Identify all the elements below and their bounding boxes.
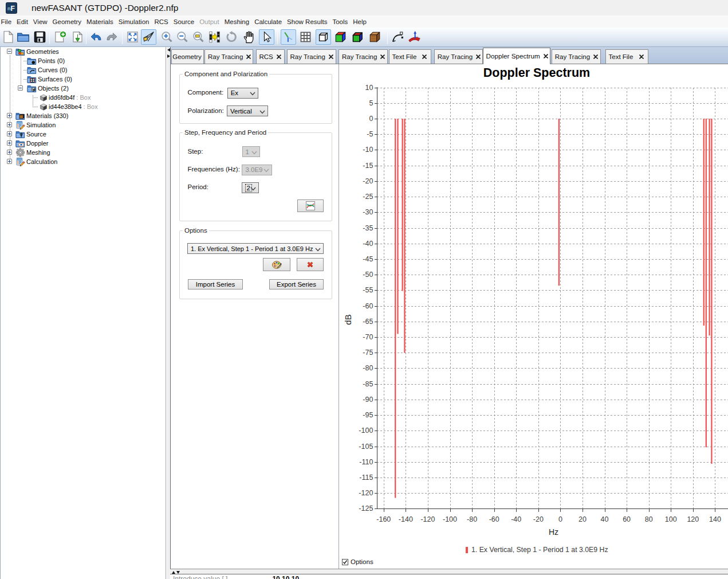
y-tick-label: -55 (363, 286, 373, 294)
wireframe-cube-button[interactable] (316, 29, 331, 45)
tab-doppler-spectrum[interactable]: Doppler Spectrum (483, 48, 550, 65)
axes (375, 87, 728, 512)
tree-item-points-0-[interactable]: Points (0) (38, 56, 65, 65)
perspective-view-button[interactable] (141, 29, 156, 45)
tree-item-doppler[interactable]: Doppler (26, 139, 49, 148)
series-color-button[interactable] (263, 258, 290, 271)
menu-source[interactable]: Source (171, 17, 196, 26)
tree-expander-collapsed[interactable] (7, 150, 12, 155)
frequencies-select[interactable]: 3.0E9 (242, 165, 272, 175)
menu-geometry[interactable]: Geometry (50, 17, 84, 26)
zoom-out-button[interactable] (175, 29, 190, 45)
curve-tool-button[interactable] (390, 29, 406, 45)
tab-text-file[interactable]: Text File (605, 49, 648, 64)
meshing-icon (15, 148, 25, 157)
tab-ray-tracing[interactable]: Ray Tracing (339, 49, 388, 64)
tab-ray-tracing[interactable]: Ray Tracing (204, 49, 253, 64)
menu-view[interactable]: View (30, 17, 50, 26)
grid-button[interactable] (298, 29, 313, 45)
tree-item-source[interactable]: Source (26, 130, 46, 139)
menu-meshing[interactable]: Meshing (222, 17, 251, 26)
tree-expander-collapsed[interactable] (7, 159, 12, 164)
tab-ray-tracing[interactable]: Ray Tracing (434, 49, 483, 64)
tree-expander-expanded[interactable] (18, 85, 23, 91)
options-toggle[interactable]: Options (342, 558, 373, 565)
save-button[interactable] (32, 29, 48, 45)
tree-item-objects-2-[interactable]: Objects (2) (38, 84, 69, 93)
tab-close-icon[interactable] (476, 54, 481, 59)
delete-series-button[interactable] (297, 258, 324, 271)
tree-item-calculation[interactable]: Calculation (26, 157, 57, 166)
tree-expander-expanded[interactable] (7, 49, 12, 54)
options-checkbox[interactable] (342, 559, 348, 565)
rotate-view-button[interactable] (224, 29, 239, 45)
menu-simulation[interactable]: Simulation (116, 17, 152, 26)
tree-item-geometries[interactable]: Geometries (26, 47, 59, 56)
tab-close-icon[interactable] (593, 54, 598, 59)
doppler-stem-series (395, 119, 711, 498)
menu-file[interactable]: File (1, 17, 14, 26)
tab-ray-tracing[interactable]: Ray Tracing (287, 49, 336, 64)
menu-edit[interactable]: Edit (14, 17, 31, 26)
tab-ray-tracing[interactable]: Ray Tracing (552, 49, 601, 64)
tree-item-surfaces-0-[interactable]: Surfaces (0) (38, 75, 72, 84)
tab-close-icon[interactable] (422, 54, 427, 59)
plot-series-button[interactable] (297, 199, 324, 212)
tree-item-id44e38be4[interactable]: id44e38be4 : Box (49, 102, 98, 111)
open-folder-button[interactable] (15, 29, 31, 45)
new-file-button[interactable] (1, 29, 16, 45)
shaded-rgb-cube-button[interactable] (350, 29, 365, 45)
new-page-plus-button[interactable] (53, 29, 68, 45)
surface-normal-button[interactable] (407, 29, 422, 45)
zoom-in-button[interactable] (159, 29, 175, 45)
tree-expander-collapsed[interactable] (7, 122, 12, 127)
tree-item-idd6fdb4f[interactable]: idd6fdb4f : Box (49, 93, 90, 102)
tab-close-icon[interactable] (380, 54, 385, 59)
menu-output[interactable]: Output (197, 17, 222, 26)
check-icon (343, 560, 348, 565)
tab-close-icon[interactable] (277, 54, 281, 59)
swap-view-button[interactable] (207, 29, 222, 45)
tree-item-materials-330-[interactable]: Materials (330) (26, 111, 68, 120)
menu-help[interactable]: Help (351, 17, 369, 26)
menu-show-results[interactable]: Show Results (285, 17, 330, 26)
y-tick-label: -35 (363, 224, 373, 232)
menu-tools[interactable]: Tools (330, 17, 351, 26)
tree-expander-collapsed[interactable] (7, 140, 12, 146)
component-select[interactable]: Ex (227, 88, 258, 99)
menu-materials[interactable]: Materials (84, 17, 116, 26)
tree-item-meshing[interactable]: Meshing (26, 148, 50, 157)
tab-text-file[interactable]: Text File (389, 49, 431, 64)
import-page-button[interactable] (70, 29, 85, 45)
import-series-button[interactable]: Import Series (188, 279, 243, 290)
tab-geometry[interactable]: Geometry (171, 49, 204, 64)
period-select[interactable]: 2 (242, 182, 259, 193)
new-page-plus-icon (54, 30, 67, 44)
tab-close-icon[interactable] (639, 54, 644, 59)
tree-expander-collapsed[interactable] (7, 113, 12, 118)
menu-calculate[interactable]: Calculate (252, 17, 285, 26)
fit-view-button[interactable] (125, 29, 140, 45)
tree-expander-collapsed[interactable] (7, 131, 12, 136)
export-series-button[interactable]: Export Series (269, 279, 324, 290)
axes-button[interactable] (281, 29, 296, 45)
series-select[interactable]: 1. Ex Vertical, Step 1 - Period 1 at 3.0… (187, 243, 324, 254)
polarization-select[interactable]: Vertical (227, 105, 268, 116)
textured-cube-button[interactable] (367, 29, 383, 45)
tab-close-icon[interactable] (246, 54, 251, 59)
solid-rgb-cube-button[interactable] (333, 29, 348, 45)
menu-rcs[interactable]: RCS (152, 17, 171, 26)
pan-hand-button[interactable] (241, 29, 257, 45)
chevron-down-icon (315, 248, 321, 252)
tree-item-curves-0-[interactable]: Curves (0) (38, 65, 67, 75)
tab-close-icon[interactable] (544, 54, 548, 58)
step-select[interactable]: 1 (242, 146, 260, 157)
tab-rcs[interactable]: RCS (256, 49, 285, 64)
tree-item-simulation[interactable]: Simulation (26, 120, 56, 130)
select-cursor-button[interactable] (259, 29, 274, 45)
undo-button[interactable] (89, 29, 104, 45)
zoom-window-button[interactable] (191, 29, 206, 45)
tab-close-icon[interactable] (329, 54, 333, 59)
x-tick-label: 80 (645, 515, 653, 523)
redo-button[interactable] (104, 29, 119, 45)
